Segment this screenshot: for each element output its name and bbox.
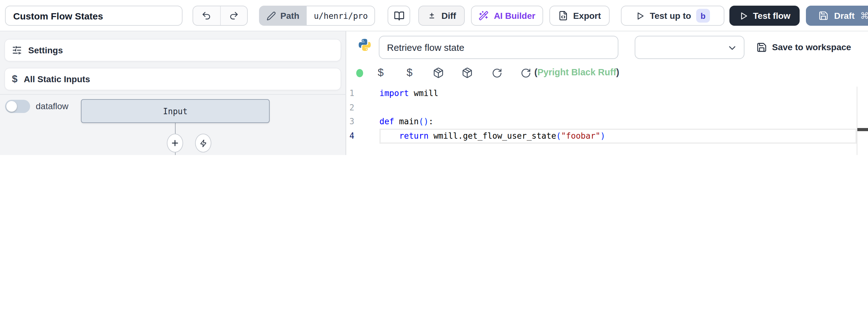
test-up-to-label: Test up to	[650, 11, 691, 21]
toggle-knob	[6, 101, 17, 112]
code-editor[interactable]: 1234 import wmilldef main(): return wmil…	[346, 87, 868, 155]
path-label: Path	[280, 11, 300, 21]
line-number: 3	[346, 115, 354, 129]
all-static-inputs-row[interactable]: $ All Static Inputs	[4, 68, 341, 90]
redo-icon	[229, 11, 239, 21]
wand-icon	[479, 11, 489, 21]
flow-left-panel: Settings $ All Static Inputs dataflow In…	[0, 31, 346, 155]
paren: (	[534, 67, 537, 77]
flow-graph: dataflow Input + − TS	[0, 94, 346, 155]
zap-icon	[199, 139, 207, 147]
play-icon	[635, 11, 645, 20]
undo-button[interactable]	[193, 6, 220, 25]
code-line: def main():	[379, 115, 433, 129]
insert-variable-button[interactable]: $	[374, 66, 387, 79]
insert-resource-button[interactable]: $	[403, 66, 416, 79]
insert-step-button-1[interactable]	[167, 134, 183, 152]
flow-name-value: Custom Flow States	[13, 10, 103, 21]
path-button[interactable]: Path u/henri/pro	[259, 6, 375, 26]
status-dot	[356, 69, 363, 77]
all-static-inputs-label: All Static Inputs	[24, 74, 90, 84]
draft-button[interactable]: Draft ⌘S	[806, 6, 868, 26]
reload-icon	[520, 67, 531, 78]
export-label: Export	[573, 11, 601, 21]
save-icon	[818, 11, 829, 21]
reset-button[interactable]	[519, 66, 532, 79]
path-button-label-segment: Path	[259, 6, 307, 26]
code-line: return wmill.get_flow_user_state("foobar…	[379, 129, 605, 143]
test-up-to-step-badge: b	[696, 9, 710, 23]
settings-label: Settings	[28, 45, 63, 55]
dollar-icon: $	[407, 66, 413, 79]
undo-icon	[202, 11, 212, 21]
editor-toolbar: $ $ (Pyright Black Ruff)	[346, 60, 868, 87]
pencil-icon	[267, 11, 276, 20]
step-kind-select[interactable]	[635, 36, 744, 59]
step-name-value: Retrieve flow state	[387, 42, 464, 53]
test-up-to-button[interactable]: Test up to b	[621, 6, 724, 26]
line-number: 1	[346, 87, 354, 101]
assistants-label: Pyright Black Ruff	[537, 67, 616, 77]
overview-ruler-cursor-mark	[857, 128, 868, 131]
add-trigger-button[interactable]	[195, 134, 211, 152]
line-number: 4	[346, 129, 354, 143]
python-icon	[358, 38, 372, 52]
step-name-input[interactable]: Retrieve flow state	[379, 36, 618, 59]
play-icon	[739, 11, 748, 20]
ai-builder-label: AI Builder	[494, 11, 535, 21]
test-flow-label: Test flow	[753, 11, 790, 21]
diff-icon	[427, 11, 436, 20]
app-window: Custom Flow States Path u/henri/pro D	[0, 0, 868, 155]
sliders-icon	[12, 45, 22, 55]
path-value: u/henri/pro	[314, 11, 368, 20]
paren: )	[616, 67, 619, 77]
overview-ruler[interactable]	[857, 87, 857, 155]
draft-shortcut: ⌘S	[860, 11, 868, 21]
dependencies-button[interactable]	[432, 66, 445, 79]
book-icon	[394, 10, 404, 21]
line-number: 2	[346, 101, 354, 115]
code-line: import wmill	[379, 87, 438, 101]
ai-builder-button[interactable]: AI Builder	[471, 6, 543, 26]
flow-name-input[interactable]: Custom Flow States	[5, 6, 183, 26]
path-value-segment: u/henri/pro	[307, 6, 375, 26]
diff-button[interactable]: Diff	[418, 6, 465, 26]
save-icon	[756, 42, 767, 52]
package-icon	[433, 67, 444, 79]
node-input[interactable]: Input	[81, 99, 270, 123]
package-icon	[462, 67, 473, 79]
plus-icon	[170, 139, 179, 147]
reload-button[interactable]	[491, 66, 503, 79]
diff-label: Diff	[441, 11, 456, 21]
lockfile-button[interactable]	[461, 66, 473, 79]
redo-button[interactable]	[220, 6, 247, 25]
export-button[interactable]: Export	[549, 6, 610, 26]
reload-icon	[491, 67, 502, 78]
dataflow-label: dataflow	[36, 101, 68, 111]
top-toolbar: Custom Flow States Path u/henri/pro D	[0, 0, 868, 31]
export-icon	[558, 11, 568, 21]
test-flow-button[interactable]: Test flow	[730, 6, 800, 26]
code-assistants-status[interactable]: (Pyright Black Ruff)	[534, 67, 619, 77]
dataflow-toggle[interactable]	[5, 100, 30, 113]
settings-row[interactable]: Settings	[4, 39, 341, 61]
save-to-workspace-label: Save to workspace	[772, 42, 851, 52]
chevron-down-icon	[727, 43, 738, 53]
draft-label: Draft	[834, 11, 855, 21]
dollar-icon: $	[12, 74, 18, 85]
dollar-icon: $	[378, 66, 384, 79]
docs-button[interactable]	[388, 6, 410, 26]
undo-redo-group	[192, 6, 248, 26]
node-input-label: Input	[163, 106, 188, 116]
save-to-workspace-button[interactable]: Save to workspace	[756, 39, 851, 55]
